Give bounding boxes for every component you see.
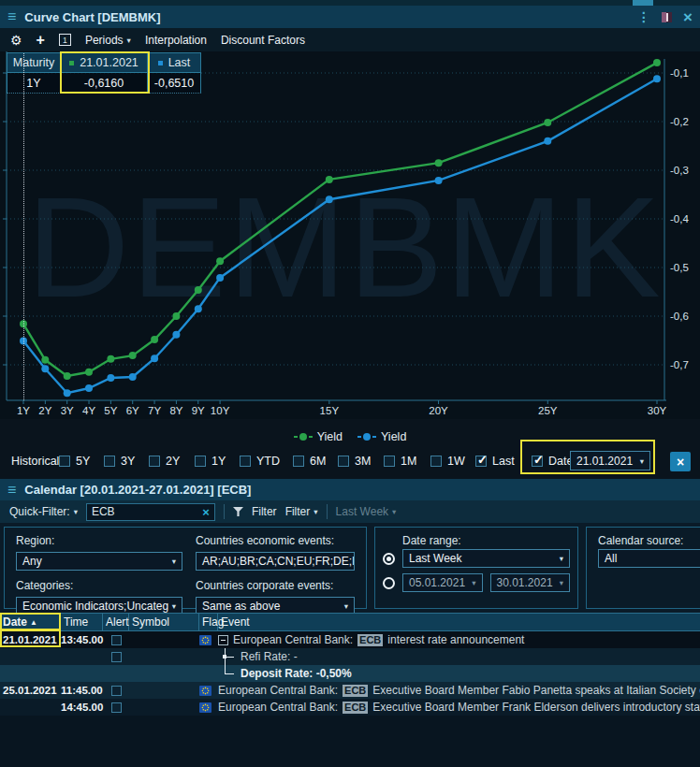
date-to-picker[interactable]: 30.01.2021 ▾ [490, 573, 571, 592]
event-cell[interactable]: European Central Bank:ECBinterest rate a… [218, 631, 700, 648]
tree-connector-icon [218, 665, 236, 682]
alert-checkbox[interactable] [111, 702, 122, 713]
historical-toggle-label: 5Y [76, 455, 90, 468]
last-toggle[interactable]: ✓ Last [475, 455, 515, 468]
legend-marker-icon [294, 433, 313, 441]
date-range-select[interactable]: Last Week ▾ [402, 549, 570, 568]
checkbox[interactable] [240, 456, 251, 467]
gear-icon[interactable]: ⚙ [10, 33, 22, 48]
collapse-icon[interactable] [218, 635, 228, 645]
layout-one-icon[interactable]: 1 [59, 34, 71, 46]
custom-range-radio[interactable] [383, 577, 395, 589]
checkbox[interactable] [59, 456, 70, 467]
dock-window-icon[interactable] [662, 12, 672, 22]
historical-toggle-ytd[interactable]: YTD [240, 455, 280, 468]
discount-factors-menu[interactable]: Discount Factors [221, 34, 305, 47]
svg-text:15Y: 15Y [320, 405, 340, 416]
quick-filter-menu[interactable]: Quick-Filter: ▾ [9, 505, 78, 518]
funnel-icon[interactable] [233, 507, 243, 516]
historical-toggle-1w[interactable]: 1W [430, 455, 465, 468]
interpolation-menu[interactable]: Interpolation [145, 34, 207, 47]
last-label: Last [492, 455, 515, 468]
svg-text:1Y: 1Y [17, 405, 30, 416]
region-select[interactable]: Any ▾ [16, 552, 182, 571]
historical-toggle-3y[interactable]: 3Y [104, 455, 135, 468]
checkbox[interactable] [149, 456, 160, 467]
calendar-event-row[interactable]: Deposit Rate: -0,50% [0, 665, 700, 682]
clear-filter-icon[interactable]: × [202, 506, 210, 518]
categories-value: Economic Indicators;Uncategoriz [22, 600, 168, 613]
svg-text:4Y: 4Y [82, 405, 95, 416]
column-header-time[interactable]: Time [61, 614, 103, 630]
calendar-event-row[interactable]: 25.01.202111:45.00European Central Bank:… [0, 682, 700, 699]
chevron-down-icon: ▾ [392, 507, 396, 516]
kebab-menu-icon[interactable]: ⋮ [637, 9, 650, 24]
alert-checkbox[interactable] [111, 652, 122, 662]
checkbox[interactable] [338, 456, 349, 467]
filter-dropdown-label: Filter [285, 505, 311, 518]
event-cell[interactable]: European Central Bank:ECBExecutive Board… [218, 699, 700, 716]
event-text: Refi Rate: - [241, 650, 298, 663]
historical-toggle-5y[interactable]: 5Y [59, 455, 90, 468]
historical-toggle-1y[interactable]: 1Y [195, 455, 226, 468]
watermark: DEMBMK [26, 167, 662, 326]
column-header-event[interactable]: Event [218, 614, 700, 630]
countries-corp-label: Countries corporate events: [196, 579, 355, 594]
date-checkbox[interactable]: ✓ [532, 456, 543, 467]
checkbox[interactable] [104, 456, 115, 467]
column-header-date[interactable]: Date▲ [0, 614, 61, 630]
close-chart-button[interactable]: × [670, 452, 691, 471]
legend-item[interactable]: Yield [294, 430, 343, 443]
last-week-radio[interactable] [383, 553, 395, 565]
column-header-symbol[interactable]: Symbol [129, 614, 199, 630]
calendar-event-row[interactable]: Refi Rate: - [0, 648, 700, 665]
calendar-source-value: All [605, 552, 617, 565]
date-toggle[interactable]: ✓ Date [532, 455, 573, 468]
alert-checkbox[interactable] [111, 635, 122, 645]
col-date-label: 21.01.2021 [80, 56, 139, 69]
historical-toggle-1m[interactable]: 1M [384, 455, 416, 468]
column-header-alert[interactable]: Alert [103, 614, 129, 630]
historical-toggle-3m[interactable]: 3M [338, 455, 371, 468]
checkbox[interactable] [430, 456, 442, 467]
event-cell[interactable]: European Central Bank:ECBExecutive Board… [218, 682, 700, 699]
add-icon[interactable]: + [36, 33, 45, 48]
calendar-event-row[interactable]: 14:45.00European Central Bank:ECBExecuti… [0, 699, 700, 716]
checkbox[interactable] [195, 456, 206, 467]
event-cell[interactable]: Deposit Rate: -0,50% [218, 665, 700, 682]
column-header-flag[interactable]: Flag [199, 614, 218, 630]
chart-legend: YieldYield [0, 428, 700, 445]
last-checkbox[interactable]: ✓ [475, 456, 487, 467]
last-week-dropdown[interactable]: Last Week ▾ [336, 505, 397, 518]
col-last-label: Last [168, 56, 191, 69]
alert-checkbox[interactable] [111, 686, 122, 696]
calendar-event-row[interactable]: 21.01.202113:45.00European Central Bank:… [0, 631, 700, 648]
checkbox[interactable] [293, 456, 304, 467]
quick-filter-input[interactable]: ECB × [86, 503, 215, 521]
svg-text:-0,6: -0,6 [670, 311, 689, 322]
svg-text:7Y: 7Y [148, 405, 161, 416]
chevron-down-icon: ▾ [640, 456, 644, 466]
svg-text:2Y: 2Y [38, 405, 51, 416]
checkbox[interactable] [384, 456, 395, 467]
event-cell[interactable]: Refi Rate: - [218, 648, 700, 665]
eu-flag-icon [199, 702, 211, 713]
date-picker-dropdown[interactable]: 21.01.2021 ▾ [570, 451, 650, 470]
historical-toggle-2y[interactable]: 2Y [149, 455, 180, 468]
hamburger-icon[interactable]: ≡ [7, 483, 16, 498]
yield-curve-chart[interactable]: DEMBMK-0,1-0,2-0,3-0,4-0,5-0,6-0,71Y2Y3Y… [0, 51, 700, 419]
countries-econ-select[interactable]: AR;AU;BR;CA;CN;EU;FR;DE;IN; ▾ [196, 552, 355, 571]
date-picker-value: 21.01.2021 [576, 455, 633, 468]
calendar-source-select[interactable]: All [598, 549, 700, 568]
historical-toggle-label: 1W [447, 455, 465, 468]
date-from-picker[interactable]: 05.01.2021 ▾ [402, 573, 483, 592]
filter-dropdown[interactable]: Filter ▾ [285, 505, 318, 518]
event-date-cell: 25.01.2021 [0, 685, 61, 696]
last-yield-value: -0,6510 [147, 73, 201, 94]
periods-menu[interactable]: Periods ▾ [85, 34, 131, 47]
hamburger-icon[interactable]: ≡ [7, 9, 16, 24]
historical-toggle-label: 3Y [121, 455, 135, 468]
legend-item[interactable]: Yield [357, 430, 406, 443]
close-icon[interactable]: × [683, 9, 693, 25]
historical-toggle-6m[interactable]: 6M [293, 455, 326, 468]
